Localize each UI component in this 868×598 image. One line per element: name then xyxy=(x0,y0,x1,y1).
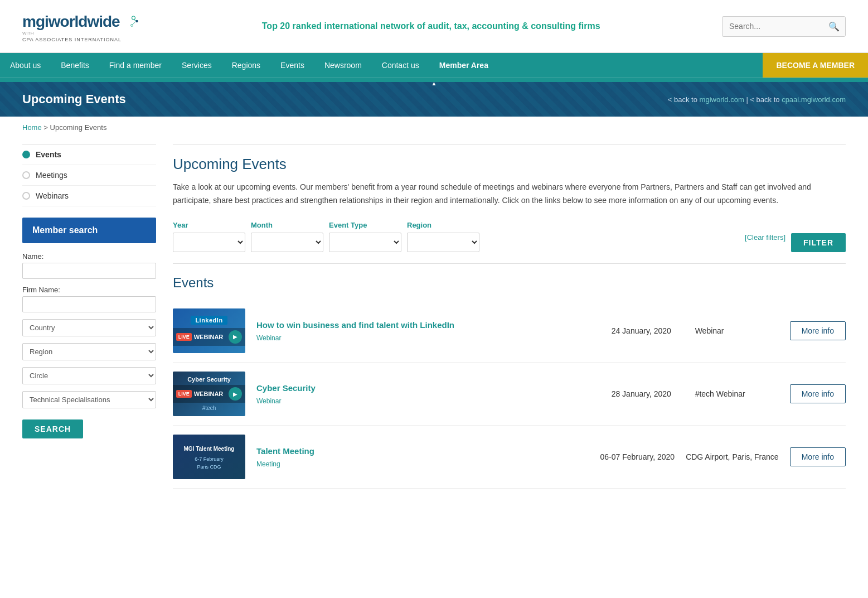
event-title-talent[interactable]: Talent Meeting xyxy=(256,445,589,457)
event-thumb-linkedin: LinkedIn LIVE WEBINAR ▶ xyxy=(173,308,245,353)
event-title-linkedin[interactable]: How to win business and find talent with… xyxy=(256,319,600,331)
circle-select-group: Circle xyxy=(22,367,156,384)
back-link2-text: < back to xyxy=(750,95,782,104)
name-input[interactable] xyxy=(22,263,156,279)
sidebar-nav: Events Meetings Webinars xyxy=(22,144,156,206)
event-title-cyber[interactable]: Cyber Security xyxy=(256,382,600,394)
circle-select[interactable]: Circle xyxy=(22,367,156,384)
firm-name-input[interactable] xyxy=(22,296,156,312)
main-layout: Events Meetings Webinars Member search N… xyxy=(0,138,868,511)
sidebar-dot-webinars xyxy=(22,192,30,200)
nav-item-events[interactable]: Events xyxy=(270,53,314,78)
live-badge: LIVE xyxy=(176,333,192,341)
event-thumb-talent: MGI Talent Meeting 6-7 February Paris CD… xyxy=(173,435,245,479)
region-select[interactable]: Region xyxy=(22,343,156,360)
more-info-cyber[interactable]: More info xyxy=(790,384,846,403)
event-row-linkedin: LinkedIn LIVE WEBINAR ▶ How to win busin… xyxy=(173,300,846,363)
nav-item-find-member[interactable]: Find a member xyxy=(99,53,172,78)
top-header: mgiworldwide WITH CPA ASSOCIATES INTERNA… xyxy=(0,0,868,53)
name-field-group: Name: xyxy=(22,252,156,279)
event-date-talent: 06-07 February, 2020 xyxy=(600,452,675,461)
talent-location: Paris CDG xyxy=(197,464,221,470)
content-area: Upcoming Events Take a look at our upcom… xyxy=(173,144,846,489)
nav-cta-become-member[interactable]: BECOME A MEMBER xyxy=(763,53,868,78)
hero-banner: Upcoming Events < back to mgiworld.com |… xyxy=(0,82,868,117)
year-filter-select[interactable] xyxy=(173,233,245,252)
region-filter-label: Region xyxy=(407,221,479,229)
sidebar-item-meetings[interactable]: Meetings xyxy=(22,165,156,186)
country-select[interactable]: Country xyxy=(22,319,156,336)
event-date-cyber: 28 January, 2020 xyxy=(612,389,684,398)
sidebar-item-events[interactable]: Events xyxy=(22,144,156,165)
search-button[interactable]: 🔍 xyxy=(823,17,845,36)
hero-links: < back to mgiworld.com | < back to cpaai… xyxy=(668,95,846,104)
event-type-filter-select[interactable] xyxy=(329,233,401,252)
page-heading: Upcoming Events xyxy=(173,156,846,173)
event-venue-cyber: #tech Webinar xyxy=(695,389,779,398)
nav-item-about[interactable]: About us xyxy=(0,53,51,78)
firm-name-label: Firm Name: xyxy=(22,286,156,294)
cyber-title: Cyber Security xyxy=(187,376,231,383)
nav-item-newsroom[interactable]: Newsroom xyxy=(314,53,372,78)
event-info-linkedin: How to win business and find talent with… xyxy=(256,319,600,342)
member-search-box: Member search xyxy=(22,218,156,243)
play-icon: ▶ xyxy=(229,330,242,344)
region-filter-group: Region xyxy=(407,221,479,252)
hero-title: Upcoming Events xyxy=(22,92,126,107)
nav-item-services[interactable]: Services xyxy=(172,53,222,78)
sidebar-dot-events xyxy=(22,151,30,158)
nav-item-member-area[interactable]: Member Area xyxy=(429,53,498,78)
event-type-talent: Meeting xyxy=(256,460,280,468)
breadcrumb-home[interactable]: Home xyxy=(22,123,42,132)
event-info-talent: Talent Meeting Meeting xyxy=(256,445,589,468)
event-venue-linkedin: Webinar xyxy=(695,326,779,335)
back-link1-text: < back to xyxy=(668,95,700,104)
region-select-group: Region xyxy=(22,343,156,360)
nav-item-benefits[interactable]: Benefits xyxy=(51,53,99,78)
svg-point-1 xyxy=(136,20,139,23)
more-info-linkedin[interactable]: More info xyxy=(790,321,846,340)
logo-with: WITH xyxy=(22,31,140,36)
linkedin-webinar-badge: LIVE WEBINAR ▶ xyxy=(173,328,245,346)
breadcrumb-current: Upcoming Events xyxy=(50,123,107,132)
svg-line-2 xyxy=(134,20,137,21)
linkedin-badge: LinkedIn xyxy=(191,316,227,325)
content-divider xyxy=(173,144,846,144)
event-venue-talent: CDG Airport, Paris, France xyxy=(686,452,779,461)
event-type-filter-group: Event Type xyxy=(329,221,401,252)
event-info-cyber: Cyber Security Webinar xyxy=(256,382,600,405)
back-link2[interactable]: cpaai.mgiworld.com xyxy=(782,95,846,104)
sidebar-label-meetings: Meetings xyxy=(36,171,67,180)
tech-spec-select-group: Technical Specialisations xyxy=(22,391,156,408)
more-info-talent[interactable]: More info xyxy=(790,447,846,466)
event-type-cyber: Webinar xyxy=(256,397,281,405)
country-select-group: Country xyxy=(22,319,156,336)
tech-spec-select[interactable]: Technical Specialisations xyxy=(22,391,156,408)
search-input[interactable] xyxy=(722,17,823,35)
year-filter-label: Year xyxy=(173,221,245,229)
nav-bar: About us Benefits Find a member Services… xyxy=(0,53,868,78)
sidebar-item-webinars[interactable]: Webinars xyxy=(22,186,156,206)
logo-sub: CPA ASSOCIATES INTERNATIONAL xyxy=(22,37,140,42)
talent-title: MGI Talent Meeting xyxy=(182,443,237,454)
svg-point-4 xyxy=(131,25,133,27)
sidebar-label-webinars: Webinars xyxy=(36,191,69,200)
nav-item-contact[interactable]: Contact us xyxy=(372,53,429,78)
svg-point-0 xyxy=(132,16,135,20)
event-row-talent: MGI Talent Meeting 6-7 February Paris CD… xyxy=(173,426,846,489)
logo-text: mgiworldwide xyxy=(22,10,140,31)
month-filter-group: Month xyxy=(251,221,323,252)
sidebar-label-events: Events xyxy=(36,150,61,159)
filter-button[interactable]: FILTER xyxy=(791,233,846,252)
nav-item-regions[interactable]: Regions xyxy=(222,53,270,78)
back-link1[interactable]: mgiworld.com xyxy=(700,95,744,104)
svg-line-3 xyxy=(133,22,135,25)
event-date-linkedin: 24 January, 2020 xyxy=(612,326,684,335)
region-filter-select[interactable] xyxy=(407,233,479,252)
month-filter-select[interactable] xyxy=(251,233,323,252)
year-filter-group: Year xyxy=(173,221,245,252)
clear-filters-link[interactable]: [Clear filters] xyxy=(745,221,785,242)
logo-area: mgiworldwide WITH CPA ASSOCIATES INTERNA… xyxy=(22,10,140,42)
tagline: Top 20 ranked international network of a… xyxy=(151,20,711,32)
sidebar-search-button[interactable]: SEARCH xyxy=(22,419,83,438)
